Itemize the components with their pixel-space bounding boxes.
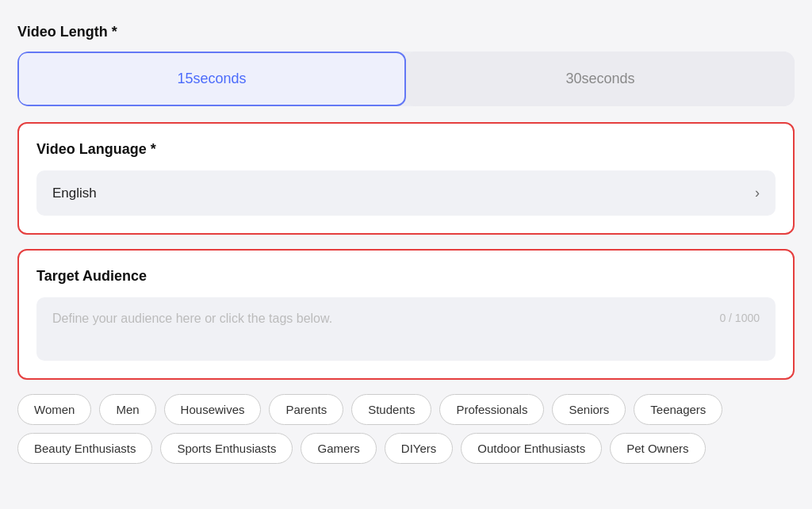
tag-diyers[interactable]: DIYers — [385, 433, 453, 464]
audience-input-area[interactable]: Define your audience here or click the t… — [36, 297, 776, 361]
main-container: Video Length * 15seconds 30seconds Video… — [17, 24, 795, 472]
tag-students[interactable]: Students — [351, 394, 431, 425]
tag-parents[interactable]: Parents — [269, 394, 343, 425]
length-15s-button[interactable]: 15seconds — [17, 52, 406, 106]
target-audience-label: Target Audience — [36, 268, 776, 285]
tag-beauty-enthusiasts[interactable]: Beauty Enthusiasts — [17, 433, 152, 464]
tag-women[interactable]: Women — [17, 394, 91, 425]
tags-row-2: Beauty EnthusiastsSports EnthusiastsGame… — [17, 433, 795, 464]
audience-placeholder-text: Define your audience here or click the t… — [52, 312, 711, 326]
tag-men[interactable]: Men — [99, 394, 155, 425]
language-value: English — [52, 186, 97, 201]
tag-housewives[interactable]: Housewives — [164, 394, 262, 425]
tag-sports-enthusiasts[interactable]: Sports Enthusiasts — [160, 433, 293, 464]
tag-outdoor-enthusiasts[interactable]: Outdoor Enthusiasts — [461, 433, 602, 464]
char-count: 0 / 1000 — [719, 312, 760, 324]
video-language-label: Video Language * — [36, 141, 776, 158]
tag-gamers[interactable]: Gamers — [301, 433, 376, 464]
tags-row-1: WomenMenHousewivesParentsStudentsProfess… — [17, 394, 795, 425]
target-audience-section: Target Audience Define your audience her… — [17, 249, 795, 380]
chevron-right-icon: › — [755, 185, 760, 201]
tag-professionals[interactable]: Professionals — [439, 394, 544, 425]
video-length-section: Video Length * 15seconds 30seconds — [17, 24, 795, 106]
language-selector[interactable]: English › — [36, 170, 776, 216]
tag-seniors[interactable]: Seniors — [552, 394, 626, 425]
video-length-label: Video Length * — [17, 24, 795, 40]
video-length-options: 15seconds 30seconds — [17, 52, 795, 106]
tags-section: WomenMenHousewivesParentsStudentsProfess… — [17, 394, 795, 464]
length-30s-button[interactable]: 30seconds — [406, 52, 795, 106]
tag-pet-owners[interactable]: Pet Owners — [610, 433, 705, 464]
video-language-section: Video Language * English › — [17, 122, 795, 235]
tag-teenagers[interactable]: Teenagers — [634, 394, 722, 425]
